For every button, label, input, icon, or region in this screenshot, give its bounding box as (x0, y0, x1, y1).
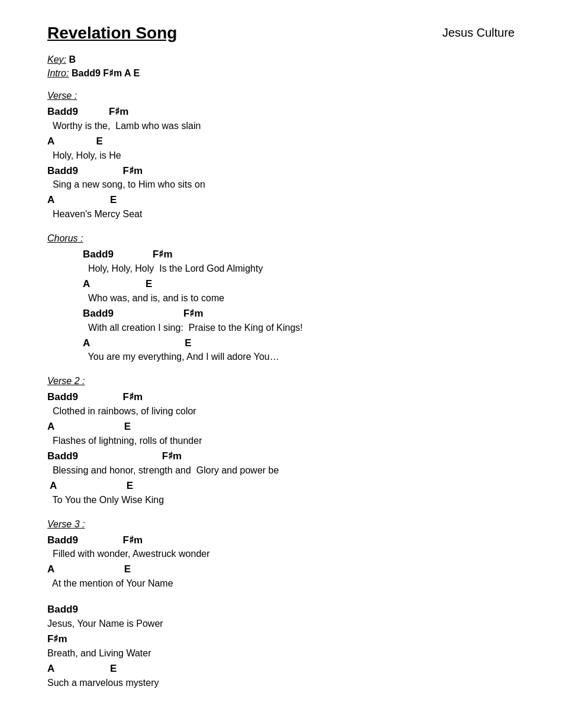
chord-line: Badd9 F♯m (47, 533, 515, 547)
lyric-line: Holy, Holy, is He (47, 149, 515, 163)
key-intro-section: Key: B Intro: Badd9 F♯m A E (47, 54, 515, 79)
verse3-section: Verse 3 : Badd9 F♯m Filled with wonder, … (47, 519, 515, 591)
intro-line: Intro: Badd9 F♯m A E (47, 67, 515, 79)
verse1-label: Verse : (47, 91, 515, 101)
lyric-line: Holy, Holy, Holy Is the Lord God Almight… (47, 262, 515, 276)
chord-line: A E (47, 193, 515, 207)
key-line: Key: B (47, 54, 515, 65)
intro-label: Intro: (47, 68, 69, 78)
key-label: Key: (47, 54, 66, 65)
verse2-label: Verse 2 : (47, 376, 515, 386)
chord-line: Badd9 F♯m (47, 449, 515, 463)
chord-line: Badd9 F♯m (47, 390, 515, 404)
lyric-line: With all creation I sing: Praise to the … (47, 321, 515, 335)
chord-line: A E (47, 420, 515, 434)
lyric-line: To You the Only Wise King (47, 493, 515, 507)
lyric-line: Blessing and honor, strength and Glory a… (47, 463, 515, 478)
chord-line: A E (47, 134, 515, 149)
lyric-line: Flashes of lightning, rolls of thunder (47, 434, 515, 448)
verse1-section: Verse : Badd9 F♯m Worthy is the, Lamb wh… (47, 91, 515, 221)
chord-line: Badd9 F♯m (47, 307, 515, 321)
chord-line: A E (47, 562, 515, 576)
lyric-line: Filled with wonder, Awestruck wonder (47, 547, 515, 561)
lyric-line: At the mention of Your Name (47, 576, 515, 591)
lyric-line: Sing a new song, to Him who sits on (47, 178, 515, 192)
song-title: Revelation Song (47, 24, 177, 43)
lyric-line: You are my everything, And I will adore … (47, 350, 515, 364)
key-value: B (69, 54, 76, 65)
page-header: Revelation Song Jesus Culture (47, 24, 515, 43)
chorus-section: Chorus : Badd9 F♯m Holy, Holy, Holy Is t… (47, 233, 515, 364)
chord-line: A E (47, 336, 515, 350)
chord-line: Badd9 (47, 603, 515, 617)
lyric-line: Such a marvelous mystery (47, 676, 515, 690)
lyric-line: Worthy is the, Lamb who was slain (47, 119, 515, 133)
chord-line: A E (47, 277, 515, 291)
lyric-line: Breath, and Living Water (47, 646, 515, 661)
chord-line: Badd9 F♯m (47, 164, 515, 178)
chord-line: A E (47, 479, 515, 493)
lyric-line: Clothed in rainbows, of living color (47, 404, 515, 418)
verse3-label: Verse 3 : (47, 519, 515, 530)
chord-line: A E (47, 662, 515, 676)
chord-line: Badd9 F♯m (47, 105, 515, 119)
artist-name: Jesus Culture (443, 24, 515, 40)
chord-line: Badd9 F♯m (47, 247, 515, 262)
lyric-line: Who was, and is, and is to come (47, 291, 515, 305)
verse2-section: Verse 2 : Badd9 F♯m Clothed in rainbows,… (47, 376, 515, 507)
lyric-line: Heaven's Mercy Seat (47, 207, 515, 221)
intro-chords: Badd9 F♯m A E (72, 68, 140, 78)
chorus-label: Chorus : (47, 233, 515, 244)
chord-line: F♯m (47, 632, 515, 646)
lyric-line: Jesus, Your Name is Power (47, 617, 515, 631)
bridge-section: Badd9 Jesus, Your Name is Power F♯m Brea… (47, 603, 515, 690)
